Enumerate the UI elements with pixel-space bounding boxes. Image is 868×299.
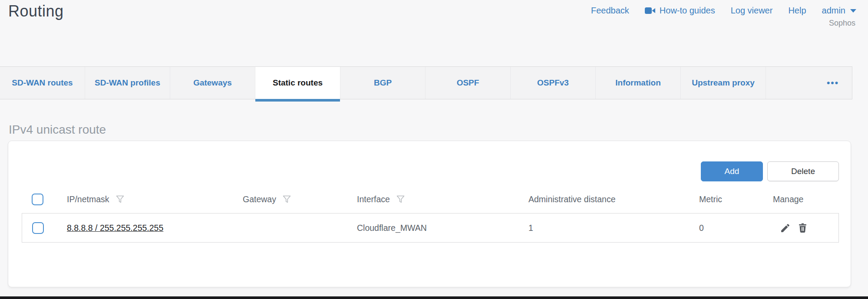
column-header-interface: Interface: [357, 194, 390, 204]
howto-guides-label: How-to guides: [660, 6, 715, 16]
help-link[interactable]: Help: [788, 6, 806, 16]
column-header-ip-netmask: IP/netmask: [67, 194, 109, 204]
add-button[interactable]: Add: [701, 161, 763, 181]
delete-button[interactable]: Delete: [767, 161, 839, 181]
tab-static-routes[interactable]: Static routes: [255, 67, 340, 99]
tabbar: SD-WAN routes SD-WAN profiles Gateways S…: [0, 66, 852, 99]
column-header-admin-distance: Administrative distance: [528, 194, 616, 204]
route-metric-value: 0: [699, 223, 773, 233]
filter-icon-ip-netmask[interactable]: [116, 195, 125, 204]
card-toolbar: Add Delete: [701, 161, 839, 181]
route-interface-value: Cloudflare_MWAN: [357, 223, 528, 233]
filter-icon-gateway[interactable]: [282, 195, 291, 204]
caret-down-icon: [850, 9, 856, 13]
log-viewer-link[interactable]: Log viewer: [731, 6, 773, 16]
user-name-label: admin: [822, 6, 845, 16]
howto-guides-link[interactable]: How-to guides: [645, 6, 715, 16]
table-header: IP/netmask Gateway Interface Administrat…: [22, 189, 839, 210]
filter-icon-interface[interactable]: [396, 195, 405, 204]
trash-icon[interactable]: [797, 223, 808, 233]
table-row: 8.8.8.8 / 255.255.255.255 Cloudflare_MWA…: [22, 213, 839, 243]
feedback-label: Feedback: [591, 6, 629, 16]
feedback-link[interactable]: Feedback: [591, 6, 629, 16]
row-checkbox[interactable]: [32, 222, 44, 234]
utility-nav: Feedback How-to guides Log viewer Help a…: [591, 6, 856, 16]
bottom-window-edge: [0, 296, 868, 299]
column-header-manage: Manage: [773, 194, 803, 204]
select-all-checkbox[interactable]: [32, 194, 43, 205]
tab-gateways[interactable]: Gateways: [170, 67, 255, 99]
user-menu[interactable]: admin: [822, 6, 856, 16]
column-header-metric: Metric: [699, 194, 722, 204]
tab-more[interactable]: •••: [766, 67, 852, 99]
tab-bgp[interactable]: BGP: [340, 67, 426, 99]
ipv4-unicast-route-card: Add Delete IP/netmask Gateway Interface …: [8, 141, 851, 287]
tab-sdwan-profiles[interactable]: SD-WAN profiles: [85, 67, 170, 99]
tab-ospf[interactable]: OSPF: [426, 67, 511, 99]
tab-sdwan-routes[interactable]: SD-WAN routes: [0, 67, 85, 99]
log-viewer-label: Log viewer: [731, 6, 773, 16]
tab-information[interactable]: Information: [596, 67, 681, 99]
tab-ospfv3[interactable]: OSPFv3: [511, 67, 596, 99]
section-title: IPv4 unicast route: [9, 123, 106, 137]
edit-icon[interactable]: [780, 223, 791, 233]
help-label: Help: [788, 6, 806, 16]
route-admin-distance-value: 1: [528, 223, 699, 233]
column-header-gateway: Gateway: [243, 194, 276, 204]
brand-label: Sophos: [829, 19, 855, 28]
page-title: Routing: [8, 2, 64, 20]
tab-upstream-proxy[interactable]: Upstream proxy: [681, 67, 766, 99]
video-camera-icon: [645, 7, 656, 14]
route-ip-netmask-link[interactable]: 8.8.8.8 / 255.255.255.255: [67, 223, 163, 233]
